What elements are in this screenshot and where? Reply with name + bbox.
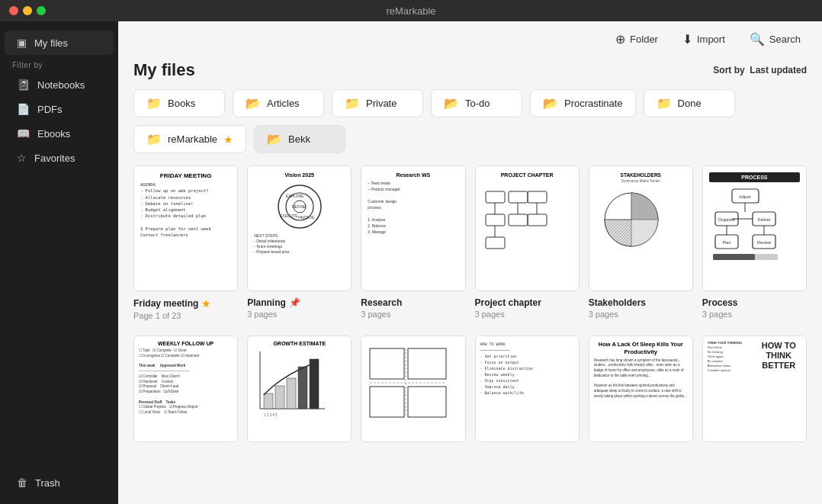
folder-todo[interactable]: 📂 To-do [431, 89, 522, 117]
folder-label: reMarkable [168, 133, 217, 145]
file-star-icon: ★ [201, 297, 211, 310]
folder-label: To-do [465, 98, 490, 109]
import-button[interactable]: ⬇ Import [676, 29, 731, 50]
sidebar-item-ebooks[interactable]: 📖 Ebooks [5, 121, 114, 146]
ebooks-icon: 📖 [17, 127, 30, 140]
my-files-icon: ▣ [17, 37, 27, 49]
notebooks-icon: 📓 [17, 79, 30, 91]
sidebar: ▣ My files Filter by 📓 Notebooks 📄 PDFs … [0, 21, 118, 504]
file-card-architecture[interactable] [361, 335, 465, 442]
file-info: Process 3 pages [702, 297, 807, 319]
filter-by-label: Filter by [0, 55, 118, 72]
svg-rect-46 [408, 348, 446, 379]
folder-label: Procrastinate [564, 98, 623, 109]
app-title: reMarkable [386, 5, 435, 17]
svg-text:EXECUTE: EXECUTE [280, 213, 298, 218]
file-card-weekly[interactable]: WEEKLY FOLLOW UP ☐ Task ☑ Complete ☑ Don… [133, 335, 238, 442]
file-info: Friday meeting ★ Page 1 of 23 [133, 297, 238, 320]
svg-rect-14 [509, 214, 528, 226]
file-card-process[interactable]: PROCESS Adjust Organise Deliver [702, 165, 807, 320]
svg-rect-47 [370, 387, 404, 417]
sidebar-item-trash[interactable]: 🗑 Trash [5, 470, 114, 495]
svg-rect-42 [310, 359, 319, 409]
file-thumbnail: GROWTH ESTIMATE [247, 335, 352, 442]
svg-text:Plan: Plan [722, 240, 730, 245]
sort-by-text: Sort by [713, 65, 744, 75]
svg-rect-8 [509, 191, 528, 203]
pin-icon: 📌 [289, 297, 300, 308]
star-icon: ★ [223, 133, 233, 146]
folder-remarkable[interactable]: 📁 reMarkable ★ [133, 125, 246, 153]
folder-icon: 📂 [444, 96, 459, 111]
file-name: Planning [247, 297, 286, 308]
file-thumbnail: WEEKLY FOLLOW UP ☐ Task ☑ Complete ☑ Don… [133, 335, 238, 442]
file-card-growth[interactable]: GROWTH ESTIMATE [247, 335, 352, 442]
file-meta: Page 1 of 23 [133, 311, 238, 320]
folder-btn-label: Folder [630, 34, 658, 45]
file-card-planning[interactable]: Vision 2025 EXPLORE DEFINE EXECUTE INVOL… [247, 165, 352, 320]
folder-icon: 📁 [345, 96, 360, 111]
file-card-notes1[interactable]: HOW TO WORK ───────────── · Set prioriti… [475, 335, 580, 442]
folder-articles[interactable]: 📂 Articles [233, 89, 324, 117]
close-button[interactable] [9, 6, 18, 15]
file-thumbnail: How A Lack Of Sleep Kills Your Productiv… [589, 335, 693, 442]
sidebar-item-my-files[interactable]: ▣ My files [5, 30, 114, 55]
file-name: Process [702, 297, 738, 308]
file-card-think[interactable]: THINK YOUR THINKING Don't think No think… [702, 335, 807, 442]
folder-button[interactable]: ⊕ Folder [609, 29, 664, 50]
pdfs-icon: 📄 [17, 103, 30, 115]
folder-label: Articles [267, 98, 300, 109]
search-button[interactable]: 🔍 Search [743, 29, 807, 50]
file-thumbnail: Vision 2025 EXPLORE DEFINE EXECUTE INVOL… [247, 165, 352, 291]
file-thumbnail: Research WS – Team leads – Product manag… [361, 165, 465, 291]
folder-private[interactable]: 📁 Private [332, 89, 423, 117]
file-thumbnail: THINK YOUR THINKING Don't think No think… [702, 335, 807, 442]
folder-done[interactable]: 📁 Done [644, 89, 735, 117]
svg-rect-15 [528, 214, 547, 226]
file-name: Friday meeting [133, 298, 198, 309]
import-icon: ⬇ [682, 32, 692, 47]
folder-icon: 📁 [146, 132, 162, 146]
svg-text:Adjust: Adjust [739, 194, 751, 199]
sidebar-item-label: PDFs [37, 104, 63, 115]
file-card-research[interactable]: Research WS – Team leads – Product manag… [361, 165, 465, 320]
file-name: Research [361, 297, 402, 308]
page-title: My files [133, 60, 195, 80]
page-header: My files Sort by Last updated [118, 57, 822, 89]
folder-add-icon: ⊕ [615, 32, 625, 47]
svg-rect-40 [287, 378, 296, 409]
folder-label: Books [168, 98, 195, 109]
file-thumbnail: HOW TO WORK ───────────── · Set prioriti… [475, 335, 580, 442]
toolbar: ⊕ Folder ⬇ Import 🔍 Search [118, 21, 822, 57]
svg-rect-41 [298, 367, 307, 409]
folder-bekk[interactable]: 📂 Bekk [254, 125, 345, 153]
svg-text:INVOLVE: INVOLVE [298, 215, 315, 220]
svg-rect-7 [486, 191, 505, 203]
files-grid-row2: WEEKLY FOLLOW UP ☐ Task ☑ Complete ☑ Don… [118, 335, 822, 457]
file-meta: 3 pages [361, 310, 465, 319]
minimize-button[interactable] [23, 6, 32, 15]
maximize-button[interactable] [37, 6, 46, 15]
file-card-sleep[interactable]: How A Lack Of Sleep Kills Your Productiv… [589, 335, 693, 442]
sidebar-item-notebooks[interactable]: 📓 Notebooks [5, 72, 114, 97]
folder-icon: 📁 [657, 96, 672, 111]
file-thumbnail: PROCESS Adjust Organise Deliver [702, 165, 807, 291]
svg-rect-39 [275, 386, 284, 409]
sidebar-item-pdfs[interactable]: 📄 PDFs [5, 97, 114, 121]
file-thumbnail: FRIDAY MEETING AGENDA - Follow up on web… [133, 165, 238, 291]
folder-icon: 📂 [543, 96, 558, 111]
sort-value: Last updated [750, 65, 807, 75]
file-card-stakeholders[interactable]: STAKEHOLDERS Dominance Matrix Terrain [589, 165, 693, 320]
sidebar-item-label: Ebooks [37, 128, 70, 140]
svg-text:Deliver: Deliver [757, 217, 770, 222]
file-card-friday-meeting[interactable]: FRIDAY MEETING AGENDA - Follow up on web… [133, 165, 238, 320]
folder-books[interactable]: 📁 Books [133, 89, 225, 117]
folder-icon: 📂 [267, 132, 282, 146]
folder-label: Done [678, 98, 702, 109]
file-meta: 3 pages [702, 310, 807, 319]
svg-rect-45 [370, 348, 404, 379]
file-card-project-chapter[interactable]: PROJECT CHAPTER [475, 165, 580, 320]
folder-procrastinate[interactable]: 📂 Procrastinate [530, 89, 636, 117]
svg-text:EXPLORE: EXPLORE [286, 194, 304, 198]
sidebar-item-favorites[interactable]: ☆ Favorites [5, 146, 114, 170]
